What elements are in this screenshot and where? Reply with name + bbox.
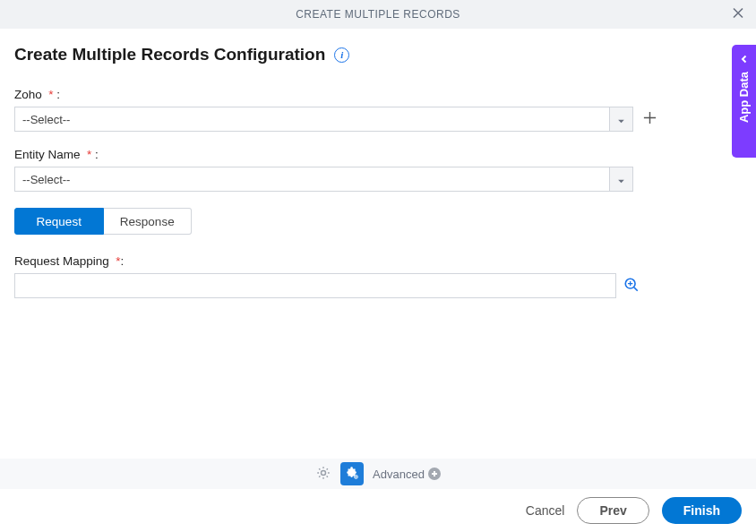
tab-request[interactable]: Request [14, 208, 104, 235]
label-text: Zoho [14, 88, 42, 101]
advanced-label-text: Advanced [373, 468, 425, 481]
cancel-button[interactable]: Cancel [526, 503, 565, 518]
label-text: Request Mapping [14, 254, 109, 268]
page-title: Create Multiple Records Configuration [14, 45, 325, 64]
chevron-left-icon [740, 52, 749, 66]
page-title-row: Create Multiple Records Configuration i [14, 45, 742, 64]
select-entity-name-input[interactable] [14, 167, 609, 192]
button-label: Finish [683, 503, 720, 518]
info-icon[interactable]: i [334, 47, 349, 63]
side-panel-app-data[interactable]: App Data [732, 45, 756, 158]
field-request-mapping: Request Mapping *: [14, 254, 742, 298]
dialog-content: Create Multiple Records Configuration i … [0, 29, 756, 329]
chevron-down-icon [617, 172, 625, 186]
select-zoho[interactable] [14, 107, 633, 132]
required-marker: * [87, 148, 91, 161]
gear-icon [315, 465, 331, 484]
field-zoho-label: Zoho * : [14, 88, 742, 101]
footer: Cancel Prev Finish [0, 489, 756, 532]
dialog-title: CREATE MULTIPLE RECORDS [296, 8, 460, 21]
puzzle-icon [345, 466, 359, 483]
field-zoho-row [14, 107, 742, 132]
required-marker: * [48, 88, 53, 101]
close-button[interactable] [731, 6, 745, 23]
field-entity-name-label: Entity Name * : [14, 148, 742, 161]
button-label: Prev [599, 503, 626, 518]
plus-icon [642, 109, 657, 130]
label-colon: : [56, 88, 60, 101]
request-mapping-input[interactable] [14, 273, 616, 298]
field-entity-name: Entity Name * : [14, 148, 742, 192]
select-zoho-input[interactable] [14, 107, 609, 132]
field-entity-name-row [14, 167, 742, 192]
side-panel-label: App Data [737, 72, 751, 123]
settings-button[interactable] [315, 465, 331, 484]
prev-button[interactable]: Prev [577, 497, 649, 524]
svg-point-4 [322, 470, 326, 475]
toolbar-bottom: Advanced [0, 459, 756, 489]
label-colon: : [121, 254, 125, 268]
request-mapping-row [14, 273, 742, 298]
select-zoho-arrow[interactable] [609, 107, 633, 132]
mapping-lookup-button[interactable] [623, 277, 640, 296]
select-entity-name-arrow[interactable] [609, 167, 633, 192]
search-target-icon [623, 277, 640, 296]
select-entity-name[interactable] [14, 167, 633, 192]
field-zoho: Zoho * : [14, 88, 742, 132]
label-text: Entity Name [14, 148, 81, 161]
tabs: Request Response [14, 208, 192, 235]
button-label: Cancel [526, 503, 565, 518]
svg-line-1 [634, 287, 638, 290]
advanced-toggle[interactable]: Advanced [373, 468, 441, 481]
tab-label: Response [120, 215, 175, 228]
chevron-down-icon [617, 112, 625, 126]
close-icon [731, 6, 745, 23]
label-colon: : [95, 148, 99, 161]
add-zoho-button[interactable] [642, 109, 657, 130]
field-request-mapping-label: Request Mapping *: [14, 254, 742, 268]
dialog-header: CREATE MULTIPLE RECORDS [0, 0, 756, 29]
plus-circle-icon [428, 468, 441, 480]
tab-response[interactable]: Response [104, 208, 193, 235]
tab-label: Request [37, 215, 82, 228]
extension-button[interactable] [340, 462, 364, 485]
finish-button[interactable]: Finish [662, 497, 742, 524]
